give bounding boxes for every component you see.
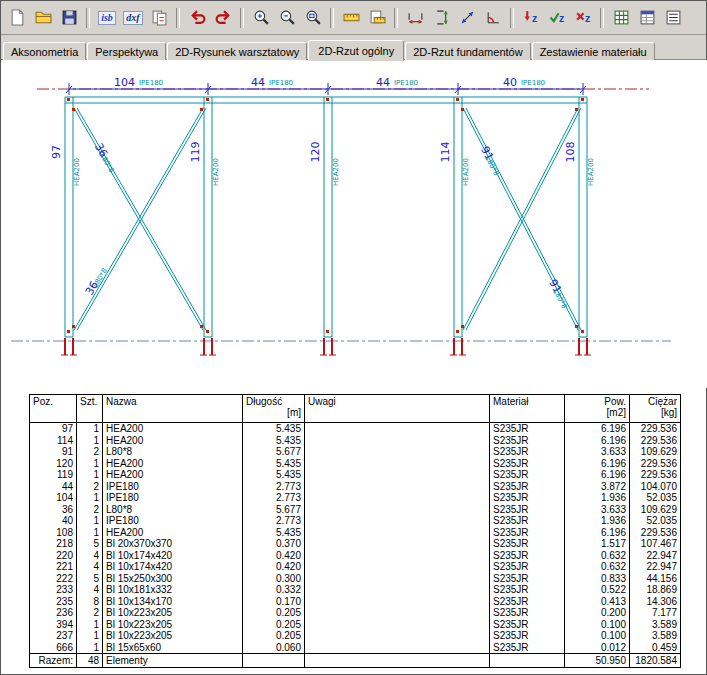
material-table-button[interactable] bbox=[635, 6, 659, 30]
cell-poz: 40 bbox=[30, 515, 77, 527]
table-row[interactable]: 233 4 Bl 10x181x332 0.332 S235JR 0.522 1… bbox=[30, 584, 681, 596]
cell-material: S235JR bbox=[490, 550, 565, 562]
cell-pow: 3.633 bbox=[565, 446, 630, 458]
zoom-window-button[interactable] bbox=[301, 6, 325, 30]
cell-uwagi bbox=[305, 423, 490, 435]
table-row[interactable]: 91 2 L80*8 5.677 S235JR 3.633 109.629 bbox=[30, 446, 681, 458]
cell-dlugosc: 0.420 bbox=[243, 550, 305, 562]
dim-vertical-button[interactable] bbox=[429, 6, 453, 30]
cell-nazwa: Bl 10x223x205 bbox=[103, 630, 243, 642]
table-row[interactable]: 218 5 Bl 20x370x370 0.370 S235JR 1.517 1… bbox=[30, 538, 681, 550]
cell-dlugosc: 0.205 bbox=[243, 619, 305, 631]
cell-material: S235JR bbox=[490, 423, 565, 435]
table-row[interactable]: 221 4 Bl 10x174x420 0.420 S235JR 0.632 2… bbox=[30, 561, 681, 573]
table-row[interactable]: 114 1 HEA200 5.435 S235JR 6.196 229.536 bbox=[30, 435, 681, 447]
svg-text:z: z bbox=[559, 12, 564, 24]
cell-pow: 0.833 bbox=[565, 573, 630, 585]
table-row[interactable]: 104 1 IPE180 2.773 S235JR 1.936 52.035 bbox=[30, 492, 681, 504]
cell-nazwa: HEA200 bbox=[103, 458, 243, 470]
table-row[interactable]: 237 1 Bl 10x223x205 0.205 S235JR 0.100 3… bbox=[30, 630, 681, 642]
tab-perspektywa[interactable]: Perspektywa bbox=[87, 42, 166, 60]
col-header-pow: Pow. [m2] bbox=[565, 395, 630, 423]
cell-poz: 220 bbox=[30, 550, 77, 562]
col-header-pow-label: Pow. bbox=[568, 396, 626, 407]
drawing-area[interactable]: 104 IPE180 44 IPE180 44 IPE180 40 IPE180… bbox=[1, 60, 707, 388]
cell-ciezar: 22.947 bbox=[630, 561, 681, 573]
cell-szt: 2 bbox=[77, 607, 103, 619]
cell-ciezar: 229.536 bbox=[630, 435, 681, 447]
column-label-4: 114 bbox=[439, 142, 452, 163]
table-row[interactable]: 220 4 Bl 10x174x420 0.420 S235JR 0.632 2… bbox=[30, 550, 681, 562]
cell-uwagi bbox=[305, 584, 490, 596]
cell-poz: 44 bbox=[30, 481, 77, 493]
col-header-poz: Poz. bbox=[30, 395, 77, 423]
dimension-z-check-button[interactable]: z bbox=[545, 6, 569, 30]
dim-angle-button[interactable] bbox=[481, 6, 505, 30]
table-row[interactable]: 236 2 Bl 10x223x205 0.205 S235JR 0.200 7… bbox=[30, 607, 681, 619]
tab-2d-rysunek-warsztatowy[interactable]: 2D-Rysunek warsztatowy bbox=[167, 42, 307, 60]
table-row[interactable]: 44 2 IPE180 2.773 S235JR 3.872 104.070 bbox=[30, 481, 681, 493]
isb-export-button[interactable]: isb bbox=[95, 6, 119, 30]
cell-poz: 36 bbox=[30, 504, 77, 516]
cell-nazwa: L80*8 bbox=[103, 446, 243, 458]
cell-ciezar: 229.536 bbox=[630, 527, 681, 539]
open-file-button[interactable] bbox=[31, 6, 55, 30]
cell-szt: 1 bbox=[77, 642, 103, 654]
cell-pow: 6.196 bbox=[565, 435, 630, 447]
tab-2d-rzut-fundamentow[interactable]: 2D-Rzut fundamentów bbox=[405, 42, 530, 60]
cell-nazwa: Bl 10x181x332 bbox=[103, 584, 243, 596]
column-profile-3: HEA200 bbox=[332, 158, 340, 186]
cell-ciezar: 109.629 bbox=[630, 504, 681, 516]
copy-button[interactable] bbox=[147, 6, 171, 30]
cell-material: S235JR bbox=[490, 538, 565, 550]
table-grid-button[interactable] bbox=[609, 6, 633, 30]
cell-dlugosc: 0.060 bbox=[243, 642, 305, 654]
zoom-out-button[interactable] bbox=[275, 6, 299, 30]
drawing-canvas[interactable]: 104 IPE180 44 IPE180 44 IPE180 40 IPE180… bbox=[1, 60, 707, 388]
table-row[interactable]: 666 1 Bl 15x65x60 0.060 S235JR 0.012 0.4… bbox=[30, 642, 681, 654]
col-header-dlugosc-label: Długość bbox=[246, 396, 301, 407]
table-row[interactable]: 36 2 L80*8 5.677 S235JR 3.633 109.629 bbox=[30, 504, 681, 516]
zoom-in-button[interactable] bbox=[249, 6, 273, 30]
tab-2d-rzut-ogolny[interactable]: 2D-Rzut ogólny bbox=[308, 40, 404, 61]
dim-aligned-button[interactable] bbox=[455, 6, 479, 30]
total-uwagi bbox=[305, 654, 490, 668]
dim-horizontal-button[interactable] bbox=[403, 6, 427, 30]
undo-button[interactable] bbox=[185, 6, 209, 30]
table-row[interactable]: 108 1 HEA200 5.435 S235JR 6.196 229.536 bbox=[30, 527, 681, 539]
cell-nazwa: L80*8 bbox=[103, 504, 243, 516]
tab-zestawienie-materialu[interactable]: Zestawienie materiału bbox=[532, 42, 655, 60]
table-row[interactable]: 120 1 HEA200 5.435 S235JR 6.196 229.536 bbox=[30, 458, 681, 470]
cell-uwagi bbox=[305, 492, 490, 504]
cell-pow: 6.196 bbox=[565, 469, 630, 481]
total-dlugosc bbox=[243, 654, 305, 668]
table-row[interactable]: 40 1 IPE180 2.773 S235JR 1.936 52.035 bbox=[30, 515, 681, 527]
table-row[interactable]: 97 1 HEA200 5.435 S235JR 6.196 229.536 bbox=[30, 423, 681, 435]
cell-pow: 0.522 bbox=[565, 584, 630, 596]
redo-button[interactable] bbox=[211, 6, 235, 30]
table-row[interactable]: 222 5 Bl 15x250x300 0.300 S235JR 0.833 4… bbox=[30, 573, 681, 585]
dimension-z-delete-button[interactable]: z bbox=[571, 6, 595, 30]
table-row[interactable]: 119 1 HEA200 5.435 S235JR 6.196 229.536 bbox=[30, 469, 681, 481]
table-row[interactable]: 394 1 Bl 10x223x205 0.205 S235JR 0.100 3… bbox=[30, 619, 681, 631]
toolbar-separator bbox=[86, 8, 90, 28]
cell-nazwa: Bl 20x370x370 bbox=[103, 538, 243, 550]
top-dim-profile-2: IPE180 bbox=[269, 79, 293, 87]
cell-ciezar: 3.589 bbox=[630, 619, 681, 631]
table-row[interactable]: 235 8 Bl 10x134x170 0.170 S235JR 0.413 1… bbox=[30, 596, 681, 608]
new-file-button[interactable] bbox=[5, 6, 29, 30]
measure-button[interactable] bbox=[365, 6, 389, 30]
cell-uwagi bbox=[305, 561, 490, 573]
total-row: Razem: 48 Elementy 50.950 1820.584 bbox=[30, 654, 681, 668]
total-pow: 50.950 bbox=[565, 654, 630, 668]
tab-aksonometria[interactable]: Aksonometria bbox=[3, 42, 86, 60]
ruler-button[interactable] bbox=[339, 6, 363, 30]
dxf-export-button[interactable]: dxf bbox=[121, 6, 145, 30]
save-button[interactable] bbox=[57, 6, 81, 30]
col-header-uwagi: Uwagi bbox=[305, 395, 490, 423]
list-view-button[interactable] bbox=[661, 6, 685, 30]
dimension-z-add-button[interactable]: z bbox=[519, 6, 543, 30]
cell-dlugosc: 0.205 bbox=[243, 607, 305, 619]
toolbar-separator bbox=[510, 8, 514, 28]
top-dim-profile-1: IPE180 bbox=[139, 79, 163, 87]
